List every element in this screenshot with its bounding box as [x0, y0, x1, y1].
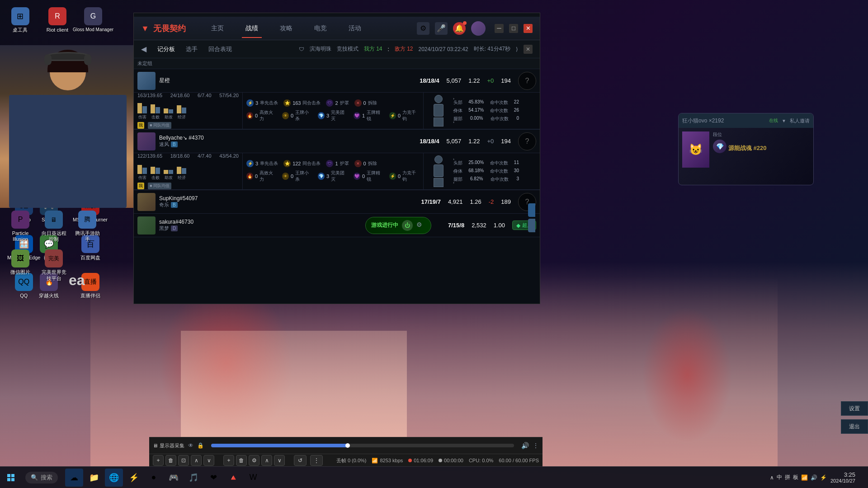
rec-transform-menu-btn[interactable]: ⋮: [310, 455, 323, 466]
rec-delete-btn[interactable]: 🗑: [165, 455, 176, 466]
hit-stats-2-inner: › › › 头部 25.00% 命中次数 11: [427, 155, 519, 187]
notif-header: 狂小猫ovo ×2192 在线 ▼ 私人邀请: [679, 113, 813, 128]
bar-legend-2: 我 ■ 同队均值: [137, 183, 239, 189]
taskbar-time-date[interactable]: 3:25 2024/10/27: [830, 471, 855, 483]
desktop-icon-gloss[interactable]: G Gloss Mod Manager: [70, 5, 116, 41]
nav-icon-settings[interactable]: ⚙: [417, 22, 429, 35]
taskbar-icon-cloud[interactable]: ☁: [65, 469, 83, 487]
player-3-name: SupKing#54097 奇乐 B: [159, 195, 198, 208]
rec-menu-icon[interactable]: ⋮: [533, 442, 539, 449]
game-window: ▼ 无畏契约 主页 战绩 攻略 电竞 活动 ⚙ 🎤 🔔 ─ □: [133, 13, 540, 304]
player-3-avatar: [137, 193, 156, 211]
nav-icon-notification[interactable]: 🔔: [453, 22, 466, 35]
nav-home[interactable]: 主页: [208, 23, 227, 34]
taskbar-icon-obs2[interactable]: ●: [145, 469, 163, 487]
taskbar-start-btn[interactable]: [0, 467, 22, 488]
sub-nav-expand[interactable]: ⟩: [516, 46, 518, 52]
taskbar-icon-app3[interactable]: 🎵: [184, 469, 203, 487]
leg-hit-row: 腿部 0.00% 命中次数 0: [453, 116, 519, 122]
rec-src-up-btn[interactable]: ∧: [261, 455, 272, 466]
player-1-stat-nums: 163/139.65 24/18.60 6/7.40 57/54.20: [134, 93, 242, 129]
game-in-progress-btn[interactable]: 游戏进行中 ⏻ ⚙: [365, 217, 431, 234]
desktop-icon-photo[interactable]: 🖼 微信图片: [5, 247, 36, 284]
ea-label: ea: [69, 272, 85, 289]
notification-popup: 狂小猫ovo ×2192 在线 ▼ 私人邀请 😺 段位 💎 源能战魂 #220: [678, 113, 814, 185]
taskbar-input-lang1[interactable]: 中: [777, 474, 782, 481]
scroll-content[interactable]: 未定组 星橙 18/18/4: [134, 58, 540, 304]
nav-icon-mic[interactable]: 🎤: [435, 22, 448, 35]
rec-controls-bottom: + 🗑 ⊡ ∧ ∨ + 🗑 ⚙ ∧ ∨ ↺ ⋮ 丢帧 0 (0.0%): [149, 454, 542, 467]
window-top-bar: [134, 13, 540, 17]
rec-lock-icon[interactable]: 🔒: [197, 442, 204, 449]
rec-src-settings-btn[interactable]: ⚙: [249, 455, 259, 466]
desktop-icon-tools[interactable]: ⊞ 桌工具: [5, 5, 36, 41]
window-minimize-btn[interactable]: ─: [495, 24, 504, 33]
taskbar-input-lang2[interactable]: 拼: [785, 474, 790, 481]
desktop-icon-tencent[interactable]: 腾 腾讯手游助手: [71, 208, 103, 245]
sub-nav-scoreboard[interactable]: 记分板: [157, 45, 175, 53]
player-1-bars: 伤害 击败: [137, 100, 239, 120]
sidebar-expand-btn[interactable]: [528, 219, 535, 232]
search-icon: 🔍: [31, 474, 38, 481]
rec-add-btn[interactable]: +: [153, 455, 164, 466]
nav-esports[interactable]: 电竞: [311, 23, 330, 34]
settings-gear-icon[interactable]: ⚙: [416, 221, 425, 230]
desktop-icon-perfectworld[interactable]: 完美 完美世界竞技平台: [38, 247, 70, 284]
player-avatar-nav[interactable]: [471, 21, 486, 36]
player-row-2-header: Bellyache↘ #4370 速风 B 18/18/4 5,057: [134, 130, 540, 153]
desktop-icon-particle[interactable]: P Particle Illusion: [5, 208, 36, 245]
quit-button[interactable]: 退出: [841, 419, 868, 434]
player-2-bars: 伤害 击败: [137, 160, 239, 181]
notif-content: 😺 段位 💎 源能战魂 #220: [679, 128, 813, 171]
taskbar-icon-game2[interactable]: 🎮: [165, 469, 183, 487]
player-1-scores-row2: 🔥 0 高效火力 👁 0 王牌小杀 💎: [246, 109, 420, 122]
taskbar-input-lang3[interactable]: 板: [793, 474, 798, 481]
player-section-1: 星橙 18/18/4 5,057 1.22: [134, 69, 540, 130]
rec-up-btn[interactable]: ∧: [191, 455, 202, 466]
player-1-scores-row1: ⚡ 3 率先击杀 ⭐ 163 同合击杀 🛡: [246, 99, 420, 107]
team-header: 未定组: [134, 58, 540, 69]
player-row-4: sakura#46730 黑梦 D 7/15/8 2,532: [134, 214, 540, 237]
nav-events[interactable]: 活动: [345, 23, 365, 34]
taskbar-wifi-icon[interactable]: 📶: [801, 474, 808, 481]
rec-down-btn[interactable]: ∨: [203, 455, 214, 466]
taskbar-icon-valorant[interactable]: ⚡: [125, 469, 143, 487]
player-section-2: Bellyache↘ #4370 速风 B 18/18/4 5,057: [134, 130, 540, 190]
nav-records[interactable]: 战绩: [242, 23, 262, 34]
player-2-scores-row1: ⚡ 3 率先击杀 ⭐ 122 同合击杀 🛡: [246, 160, 420, 167]
rec-src-add-btn[interactable]: +: [223, 455, 234, 466]
rec-rotate-btn[interactable]: ↺: [294, 455, 307, 466]
rec-item1-btn[interactable]: ⊡: [178, 455, 189, 466]
sub-nav-players[interactable]: 选手: [186, 45, 198, 53]
rec-eye-icon[interactable]: 👁: [188, 442, 193, 449]
taskbar-expand-icon[interactable]: ∧: [770, 474, 774, 481]
timeline-bar[interactable]: [211, 444, 514, 447]
taskbar-icon-edge[interactable]: 🌐: [105, 469, 123, 487]
taskbar-search[interactable]: 🔍 搜索: [25, 472, 58, 483]
power-button[interactable]: ⏻: [402, 220, 413, 231]
nav-guide[interactable]: 攻略: [276, 23, 296, 34]
recording-bar: 🖥 显示器采集 👁 🔒 🔊 ⋮ + 🗑 ⊡ ∧ ∨ +: [149, 437, 542, 466]
notif-user-avatar: 😺: [682, 131, 709, 168]
rec-volume-icon[interactable]: 🔊: [521, 442, 529, 449]
sidebar-collapse-btn[interactable]: [528, 203, 535, 217]
taskbar-icon-app4[interactable]: ❤: [204, 469, 222, 487]
notif-text: 段位 💎 源能战魂 #220: [713, 131, 810, 168]
taskbar-battery-icon[interactable]: ⚡: [820, 474, 827, 481]
hit-numbers-2: 头部 25.00% 命中次数 11 身体 68.18% 命中次数: [453, 160, 519, 183]
taskbar-icon-app5[interactable]: 🔺: [224, 469, 242, 487]
sub-nav-rounds[interactable]: 回合表现: [208, 45, 232, 53]
sub-nav-back[interactable]: ◀: [141, 45, 146, 53]
sub-nav-close[interactable]: ✕: [524, 45, 533, 54]
game-nav: ▼ 无畏契约 主页 战绩 攻略 电竞 活动 ⚙ 🎤 🔔 ─ □: [134, 17, 540, 40]
window-maximize-btn[interactable]: □: [509, 24, 518, 33]
rec-src-delete-btn[interactable]: 🗑: [236, 455, 247, 466]
taskbar-volume-icon[interactable]: 🔊: [811, 474, 817, 481]
taskbar-icon-app6[interactable]: W: [244, 469, 262, 487]
rec-src-down-btn[interactable]: ∨: [274, 455, 285, 466]
desktop-icon-remote[interactable]: 🖥 向日葵远程控制: [38, 208, 70, 245]
window-close-btn[interactable]: ✕: [524, 24, 533, 33]
player-2-stat-nums: 122/139.65 18/18.60 4/7.40 43/54.20: [134, 153, 242, 189]
taskbar-icon-folder[interactable]: 📁: [85, 469, 103, 487]
settings-button[interactable]: 设置: [841, 401, 868, 416]
